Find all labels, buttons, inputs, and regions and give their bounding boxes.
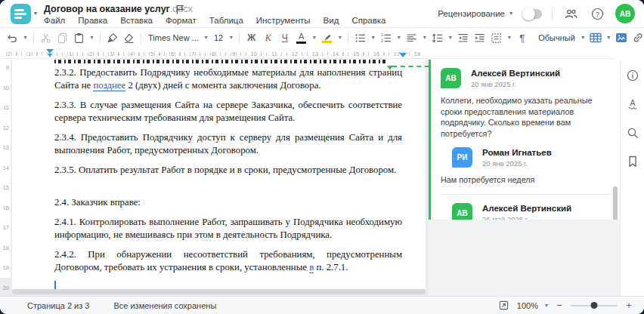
document-info-button[interactable] (624, 67, 641, 84)
spellcheck-button[interactable]: А (624, 96, 641, 112)
paragraph[interactable]: 2.4. Заказчик вправе: (54, 196, 402, 209)
page-indicator[interactable]: Страница 2 из 3 (27, 301, 89, 310)
horizontal-scrollbar[interactable] (12, 289, 426, 294)
app-menu-caret-icon[interactable]: ▾ (34, 10, 37, 17)
menu-item-file[interactable]: Файл (44, 16, 65, 25)
toggle-knob (522, 8, 535, 20)
inserted-text[interactable]: позднее (93, 80, 125, 91)
line-spacing-caret[interactable]: ▾ (446, 29, 454, 46)
paragraph[interactable]: 2.3.5. Оплатить результат Работ в порядк… (54, 164, 402, 177)
app-logo-icon[interactable] (11, 4, 31, 24)
comment-date: 20 янв 2025 г. (482, 159, 552, 168)
insert-table-button[interactable] (588, 29, 604, 46)
line-spacing-button[interactable] (429, 29, 445, 46)
paragraph[interactable]: 2.4.1. Контролировать выполнение Работ, … (54, 216, 402, 242)
comment-card[interactable]: АВ Алексей Вертинский 26 май 2025 г. (452, 203, 609, 220)
font-color-button[interactable]: А (293, 29, 309, 46)
search-button[interactable] (624, 125, 641, 141)
bullet-list-caret[interactable]: ▾ (369, 29, 377, 46)
formatting-marks-button[interactable]: ¶ (514, 29, 530, 46)
right-indent-marker[interactable] (399, 53, 407, 57)
font-size-select[interactable]: 12 (211, 29, 226, 46)
bold-button[interactable]: Ж (243, 29, 259, 46)
ruler-number: 13 (311, 51, 319, 57)
user-avatar[interactable]: АВ (615, 4, 635, 23)
menu-item-tools[interactable]: Инструменты (256, 16, 311, 25)
font-size-caret[interactable]: ▾ (227, 29, 235, 46)
zoom-out-button[interactable]: − (555, 300, 564, 311)
zoom-slider-handle[interactable] (591, 302, 598, 309)
ruler-number: 14 (332, 51, 339, 57)
help-button[interactable]: ? (589, 5, 605, 22)
ruler-number: 1 (27, 51, 32, 57)
numbered-list-caret[interactable]: ▾ (395, 29, 403, 46)
copy-button[interactable] (54, 29, 70, 46)
cut-button[interactable] (38, 29, 54, 46)
undo-button[interactable] (5, 29, 20, 46)
comment-card[interactable]: РИ Роман Игнатьев 20 янв 2025 г. (452, 147, 609, 168)
underline-button[interactable]: Ч (277, 29, 293, 46)
paragraph-style-caret[interactable]: ▾ (579, 29, 587, 46)
paragraph[interactable]: 2.4.2. При обнаружении несоответствий тр… (54, 248, 402, 274)
app-window: ▾ Договор на оказание услуг.docx ФайлПра… (0, 0, 644, 314)
insert-link-button[interactable] (630, 29, 644, 46)
toolbar-divider (33, 32, 34, 45)
insert-table-caret[interactable]: ▾ (605, 29, 613, 46)
font-family-value: Times New ... (148, 33, 198, 42)
document-canvas[interactable]: 2.3.2. Предоставить Подрядчику необходим… (12, 60, 426, 289)
zoom-in-button[interactable]: + (624, 300, 633, 311)
ruler-number: 4 (129, 51, 134, 57)
paragraph-settings-caret[interactable]: ▾ (505, 29, 513, 46)
left-indent-marker[interactable] (48, 54, 52, 57)
comment-date: 20 янв 2025 г. (471, 80, 560, 88)
ruler-number: 1 (68, 51, 73, 57)
undo-options-caret[interactable]: ▾ (21, 29, 29, 46)
highlight-color-button[interactable] (319, 29, 335, 46)
comments-scrollbar[interactable] (613, 186, 618, 220)
align-caret[interactable]: ▾ (420, 29, 429, 46)
clear-formatting-button[interactable] (121, 29, 137, 46)
flag-icon[interactable] (175, 5, 184, 14)
menu-item-help[interactable]: Справка (351, 16, 385, 25)
numbered-list-button[interactable]: 12 (378, 29, 394, 46)
paragraph[interactable]: 2.3.3. В случае размещения Сайта на серв… (54, 99, 402, 125)
paragraph[interactable]: 2.3.2. Предоставить Подрядчику необходим… (54, 66, 402, 92)
review-mode-label: Рецензирование (438, 9, 505, 18)
decrease-indent-button[interactable] (455, 29, 471, 46)
collaborators-button[interactable] (562, 5, 579, 22)
increase-indent-button[interactable] (472, 29, 488, 46)
ruler-number: 8 (211, 51, 215, 57)
menu-item-table[interactable]: Таблица (209, 16, 243, 25)
review-toggle[interactable] (522, 9, 542, 19)
font-color-caret[interactable]: ▾ (310, 29, 318, 46)
font-family-caret[interactable]: ▾ (202, 29, 210, 46)
menu-item-insert[interactable]: Вставка (120, 16, 153, 25)
menu-item-format[interactable]: Формат (166, 16, 197, 25)
highlight-color-caret[interactable]: ▾ (336, 29, 344, 46)
paragraph-style-select[interactable]: Обычный (535, 29, 578, 46)
bookmarks-button[interactable] (624, 153, 641, 170)
comment-thread[interactable]: АВ Алексей Вертинский 20 янв 2025 г. Кол… (429, 60, 620, 220)
format-painter-button[interactable] (104, 29, 120, 46)
paste-button[interactable] (71, 29, 87, 46)
font-size-value: 12 (214, 33, 223, 42)
comment-card[interactable]: АВ Алексей Вертинский 20 янв 2025 г. (441, 68, 609, 88)
italic-button[interactable]: К (260, 29, 276, 46)
zoom-caret-icon[interactable]: ▾ (545, 303, 548, 309)
fit-page-button[interactable] (498, 300, 510, 312)
clipped-text-line (54, 60, 389, 63)
paste-options-caret[interactable]: ▾ (88, 29, 96, 46)
zoom-level-select[interactable]: 100% (517, 301, 538, 310)
align-button[interactable] (404, 29, 420, 46)
menu-item-edit[interactable]: Правка (78, 16, 107, 25)
paragraph[interactable]: 2.3.4. Предоставить Подрядчику доступ к … (54, 131, 402, 157)
bullet-list-button[interactable] (352, 29, 368, 46)
font-family-select[interactable]: Times New ... (145, 29, 201, 46)
zoom-slider[interactable] (571, 305, 618, 306)
review-mode-dropdown[interactable]: Рецензирование ▾ (438, 9, 512, 18)
menu-item-view[interactable]: Вид (324, 16, 339, 25)
insert-image-button[interactable] (614, 29, 630, 46)
document-title[interactable]: Договор на оказание услуг.docx (44, 4, 193, 14)
paragraph-text: п. 2.7.1. (314, 262, 348, 272)
paragraph-settings-button[interactable] (488, 29, 504, 46)
